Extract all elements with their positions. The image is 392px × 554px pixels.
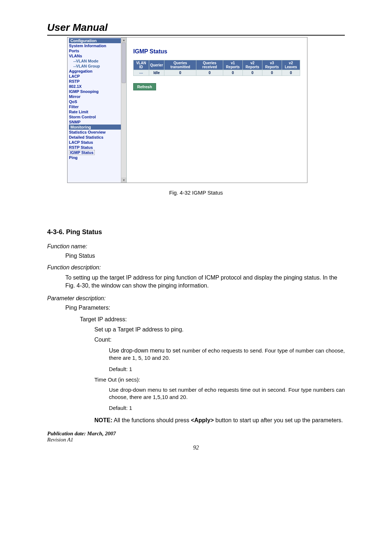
apply-text: <Apply>: [191, 417, 214, 423]
target-ip-label: Target IP address:: [80, 316, 345, 323]
sidebar-scrollbar[interactable]: ▴ ▾: [121, 37, 126, 183]
th-v2-leaves: v2 Leaves: [282, 60, 300, 70]
table-header-row: VLAN ID Querier Queries transmitted Quer…: [134, 60, 300, 70]
timeout-label: Time Out (in secs):: [94, 376, 345, 383]
screenshot-frame: Configuration System Information Ports V…: [67, 37, 307, 183]
th-queries-received: Queries received: [196, 60, 223, 70]
scroll-up-icon[interactable]: ▴: [121, 37, 126, 42]
sidebar-item-ping[interactable]: Ping: [69, 155, 126, 160]
sidebar-item-lacp[interactable]: LACP: [69, 74, 126, 79]
timeout-desc: Use drop-down menu to set number of echo…: [109, 386, 345, 401]
sidebar-list: Configuration System Information Ports V…: [68, 37, 126, 161]
count-default: Default: 1: [109, 366, 345, 373]
scroll-thumb[interactable]: [122, 42, 126, 83]
header-rule: [47, 35, 345, 36]
section-heading: 4-3-6. Ping Status: [47, 228, 345, 236]
sidebar-item-igmp-snooping[interactable]: IGMP Snooping: [69, 89, 126, 94]
sidebar-item-rate-limit[interactable]: Rate Limit: [69, 109, 126, 114]
sidebar-item-statistics-overview[interactable]: Statistics Overview: [69, 130, 126, 135]
content-title: IGMP Status: [133, 48, 301, 55]
th-v2-reports: v2 Reports: [242, 60, 262, 70]
th-v3-reports: v3 Reports: [262, 60, 282, 70]
sidebar-item-system-information[interactable]: System Information: [69, 43, 126, 48]
refresh-button[interactable]: Refresh: [133, 83, 156, 90]
td-v2-reports: 0: [242, 70, 262, 76]
sidebar-item-vlans[interactable]: VLANs: [69, 53, 126, 58]
table-row: --- Idle 0 0 0 0 0 0: [134, 70, 300, 76]
sidebar-item-aggregation[interactable]: Aggregation: [69, 69, 126, 74]
sidebar-section-monitoring[interactable]: Monitoring: [69, 125, 121, 130]
sidebar-item-lacp-status[interactable]: LACP Status: [69, 140, 126, 145]
content-pane: IGMP Status VLAN ID Querier Queries tran…: [127, 37, 307, 183]
note-text-b: button to start up after you set up the …: [214, 417, 343, 423]
count-desc-part1: Use drop-down menu to set: [109, 347, 182, 354]
td-queries-received: 0: [196, 70, 223, 76]
note-block: NOTE: All the functions should press <Ap…: [94, 416, 345, 424]
sidebar-item-rstp[interactable]: RSTP: [69, 79, 126, 84]
footer-revision: Revision A1: [47, 437, 345, 443]
page-header-title: User Manual: [47, 22, 345, 33]
note-text-a: All the functions should press: [113, 417, 191, 423]
footer-publication: Publication date: March, 2007: [47, 431, 345, 437]
sidebar-section-configuration[interactable]: Configuration: [69, 38, 121, 43]
td-v1-reports: 0: [223, 70, 243, 76]
sidebar-item-rstp-status[interactable]: RSTP Status: [69, 145, 126, 150]
igmp-status-table: VLAN ID Querier Queries transmitted Quer…: [133, 60, 300, 76]
target-ip-desc: Set up a Target IP address to ping.: [94, 326, 345, 333]
count-label: Count:: [94, 337, 345, 343]
scroll-down-icon[interactable]: ▾: [121, 178, 126, 183]
note-label: NOTE:: [94, 417, 113, 423]
sidebar-item-ports[interactable]: Ports: [69, 48, 126, 53]
sidebar-item-snmp[interactable]: SNMP: [69, 119, 126, 125]
timeout-default: Default: 1: [109, 404, 345, 412]
sidebar: Configuration System Information Ports V…: [68, 37, 127, 183]
th-vlan-id: VLAN ID: [134, 60, 149, 70]
th-queries-transmitted: Queries transmitted: [164, 60, 196, 70]
sidebar-item-mirror[interactable]: Mirror: [69, 94, 126, 99]
figure-caption: Fig. 4-32 IGMP Status: [47, 190, 345, 196]
function-description-value: To setting up the target IP address for …: [65, 274, 345, 290]
td-v2-leaves: 0: [282, 70, 300, 76]
page-number: 92: [47, 444, 345, 451]
ping-parameters-label: Ping Parameters:: [65, 305, 345, 311]
sidebar-item-qos[interactable]: QoS: [69, 99, 126, 104]
sidebar-item-igmp-status[interactable]: IGMP Status: [69, 150, 95, 155]
sidebar-item-filter[interactable]: Filter: [69, 104, 126, 109]
td-v3-reports: 0: [262, 70, 282, 76]
function-name-value: Ping Status: [65, 253, 345, 259]
function-name-label: Function name:: [47, 243, 345, 250]
sidebar-sub-vlan-mode[interactable]: --VLAN Mode: [69, 58, 126, 64]
sidebar-sub-vlan-group[interactable]: --VLAN Group: [69, 64, 126, 69]
count-desc: Use drop-down menu to set number of echo…: [109, 347, 345, 362]
parameter-description-label: Parameter description:: [47, 295, 345, 302]
sidebar-item-8021x[interactable]: 802.1X: [69, 84, 126, 89]
th-v1-reports: v1 Reports: [223, 60, 243, 70]
th-querier: Querier: [149, 60, 164, 70]
sidebar-item-detailed-statistics[interactable]: Detailed Statistics: [69, 135, 126, 140]
function-description-label: Function description:: [47, 264, 345, 271]
td-vlan-id: ---: [134, 70, 149, 76]
td-queries-transmitted: 0: [164, 70, 196, 76]
td-querier: Idle: [149, 70, 164, 76]
sidebar-item-storm-control[interactable]: Storm Control: [69, 114, 126, 119]
